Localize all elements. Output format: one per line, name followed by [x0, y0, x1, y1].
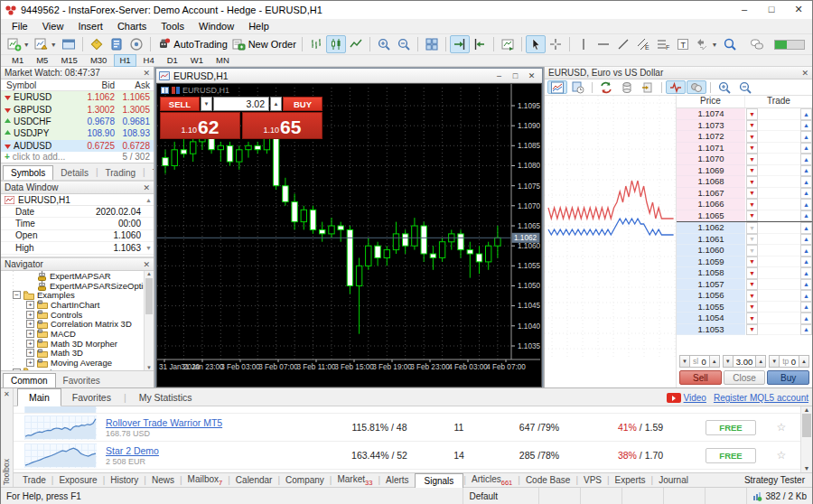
navigator-item[interactable]: −Scripts: [1, 368, 154, 370]
tree-toggle-icon[interactable]: −: [13, 369, 21, 370]
tree-toggle-icon[interactable]: +: [26, 330, 34, 338]
autotrading-button[interactable]: AutoTrading: [154, 35, 229, 53]
layouts-button[interactable]: [59, 35, 79, 53]
sell-chevron-icon[interactable]: ▼: [746, 199, 758, 210]
dom-buy-button[interactable]: Buy: [767, 370, 809, 385]
navigator-item[interactable]: +Math 3D: [1, 349, 154, 359]
dom-ask-row[interactable]: 1.1070 ▼ ▲: [677, 154, 812, 165]
buy-chevron-icon[interactable]: ▲: [800, 245, 812, 257]
signal-row[interactable]: Rollover Trade Warrior MT5 168.78 USD 11…: [14, 414, 812, 442]
menu-window[interactable]: Window: [192, 20, 241, 33]
trade-cell[interactable]: [758, 108, 800, 120]
vertical-line-button[interactable]: [574, 35, 593, 53]
buy-chevron-icon[interactable]: ▲: [800, 267, 812, 279]
volume-up-icon[interactable]: ▲: [755, 355, 766, 368]
sell-chevron-icon[interactable]: ▼: [746, 188, 758, 200]
toolbox-tab-news[interactable]: News: [146, 474, 180, 486]
menu-charts[interactable]: Charts: [110, 20, 154, 33]
tab-trading[interactable]: Trading: [98, 166, 144, 180]
chart-shift-button[interactable]: [470, 35, 490, 53]
dom-ask-row[interactable]: 1.1072 ▼ ▲: [677, 131, 812, 143]
arrows-button[interactable]: ▼: [693, 35, 720, 53]
dom-bid-row[interactable]: 1.1056 ▼ ▲: [677, 290, 812, 302]
sell-chevron-icon[interactable]: ▼: [746, 257, 758, 268]
scroll-up-icon[interactable]: ▲: [145, 271, 154, 276]
dom-bid-row[interactable]: 1.1062 ▼ ▲: [677, 222, 812, 234]
market-watch-row[interactable]: USDCHF 0.9678 0.9681: [1, 116, 154, 127]
toolbox-tab-exposure[interactable]: Exposure: [53, 474, 102, 486]
sell-chevron-icon[interactable]: ▼: [746, 290, 758, 302]
buy-chevron-icon[interactable]: ▲: [800, 257, 812, 268]
chart-maximize-icon[interactable]: □: [508, 71, 523, 80]
trade-cell[interactable]: [758, 176, 800, 188]
dom-close-icon[interactable]: ✕: [801, 69, 808, 78]
navigator-close-icon[interactable]: ✕: [143, 260, 150, 269]
navigator-item[interactable]: +Math 3D Morpher: [1, 339, 154, 349]
market-watch-row[interactable]: USDJPY 108.90 108.93: [1, 127, 154, 139]
trade-cell[interactable]: [758, 210, 800, 222]
search-button[interactable]: [720, 35, 740, 53]
tab-favorites[interactable]: Favorites: [56, 374, 107, 387]
buy-chevron-icon[interactable]: ▲: [800, 154, 812, 165]
status-profile[interactable]: Default: [463, 488, 539, 504]
dom-ask-row[interactable]: 1.1073 ▼ ▲: [677, 120, 812, 132]
dom-history-button[interactable]: [568, 80, 588, 94]
timeframe-m1[interactable]: M1: [6, 54, 29, 67]
trade-cell[interactable]: [758, 234, 800, 246]
sell-chevron-icon[interactable]: ▼: [746, 222, 758, 234]
tree-toggle-icon[interactable]: +: [26, 301, 34, 309]
dom-bid-row[interactable]: 1.1053 ▼ ▲: [677, 324, 812, 336]
dom-ask-row[interactable]: 1.1067 ▼ ▲: [677, 188, 812, 200]
trade-cell[interactable]: [758, 199, 800, 210]
market-watch-row[interactable]: AUDUSD 0.6725 0.6728: [1, 140, 154, 152]
sell-chevron-icon[interactable]: ▼: [746, 176, 758, 188]
dom-volume-value[interactable]: 3.00: [736, 357, 753, 367]
signal-name-link[interactable]: Star 2 Demo: [106, 445, 330, 456]
chart-minimize-icon[interactable]: –: [491, 71, 507, 80]
sl-down-icon[interactable]: ▼: [679, 355, 690, 368]
close-icon[interactable]: ✕: [785, 1, 812, 19]
sell-chevron-icon[interactable]: ▼: [746, 108, 758, 120]
tree-toggle-icon[interactable]: +: [26, 359, 34, 367]
buy-chevron-icon[interactable]: ▲: [800, 143, 812, 154]
timeframe-m5[interactable]: M5: [31, 54, 53, 67]
video-link[interactable]: Video: [667, 393, 706, 404]
dom-depth-button[interactable]: [547, 80, 567, 94]
dom-ask-row[interactable]: 1.1069 ▼ ▲: [677, 165, 812, 177]
auto-scroll-button[interactable]: [450, 35, 470, 53]
menu-file[interactable]: File: [5, 20, 35, 33]
cursor-button[interactable]: [526, 35, 546, 53]
dom-tick-chart-button[interactable]: [666, 80, 686, 94]
indicators-button[interactable]: [498, 35, 518, 53]
market-watch-row[interactable]: GBPUSD 1.3002 1.3005: [1, 103, 154, 115]
scroll-down-icon[interactable]: ▼: [801, 465, 812, 471]
scroll-thumb[interactable]: [145, 278, 153, 314]
tab-symbols[interactable]: Symbols: [3, 165, 53, 180]
toolbox-tab-calendar[interactable]: Calendar: [230, 474, 278, 486]
dom-bid-row[interactable]: 1.1061 ▼ ▲: [677, 234, 812, 246]
trade-cell[interactable]: [758, 131, 800, 143]
buy-chevron-icon[interactable]: ▲: [800, 199, 812, 210]
text-button[interactable]: T: [673, 35, 693, 53]
trade-cell[interactable]: [758, 302, 800, 313]
fibonacci-button[interactable]: F: [653, 35, 673, 53]
navigator-scrollbar[interactable]: ▲▼: [144, 271, 154, 370]
trade-cell[interactable]: [758, 290, 800, 302]
minimize-icon[interactable]: –: [731, 1, 758, 19]
dom-close-button[interactable]: Close: [724, 370, 766, 385]
signals-tab-favorites[interactable]: Favorites: [61, 389, 122, 406]
register-mql5-link[interactable]: Register MQL5 account: [714, 393, 808, 403]
timeframe-w1[interactable]: W1: [185, 54, 209, 67]
zoom-in-button[interactable]: [374, 35, 394, 53]
signal-name-link[interactable]: Rollover Trade Warrior MT5: [106, 417, 330, 428]
timeframe-h1[interactable]: H1: [114, 54, 136, 67]
dom-bid-row[interactable]: 1.1054 ▼ ▲: [677, 313, 812, 324]
trade-cell[interactable]: [758, 165, 800, 177]
navigator-button[interactable]: [126, 35, 146, 53]
sell-chevron-icon[interactable]: ▼: [746, 245, 758, 257]
crosshair-button[interactable]: [546, 35, 565, 53]
dom-ask-row[interactable]: 1.1071 ▼ ▲: [677, 143, 812, 154]
signal-free-button[interactable]: FREE: [706, 448, 755, 463]
trendline-button[interactable]: [613, 35, 633, 53]
new-order-button[interactable]: New Order: [229, 35, 298, 53]
